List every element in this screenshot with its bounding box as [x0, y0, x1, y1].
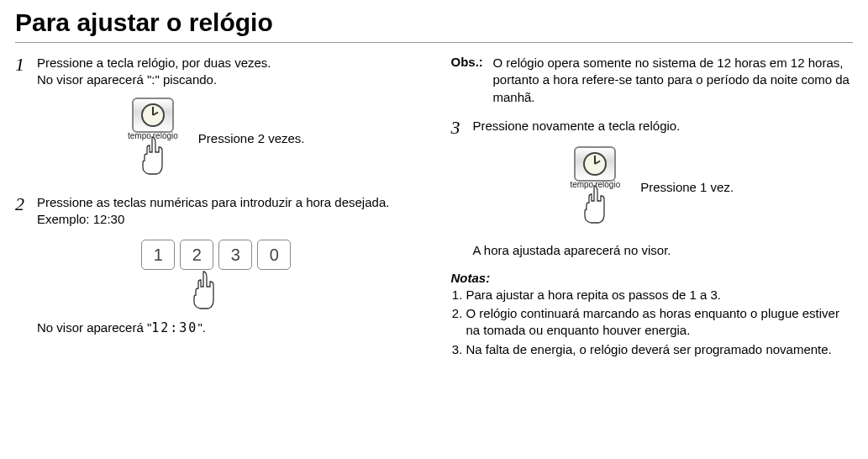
note-2: O relógio continuará marcando as horas e…	[466, 305, 854, 340]
step-2: 2 Pressione as teclas numéricas para int…	[15, 194, 418, 229]
right-column: Obs.: O relógio opera somente no sistema…	[451, 55, 854, 360]
clock-button	[132, 98, 174, 133]
clock-button-illustration: tempo relógio	[570, 146, 620, 228]
display-value: 12:30	[151, 320, 197, 335]
keypad-illustration: 1 2 3 0	[15, 240, 418, 310]
step-3-text: Pressione novamente a tecla relógio.	[473, 118, 681, 135]
step-1-line-2: No visor aparecerá ":" piscando.	[37, 71, 271, 88]
hand-icon	[0, 270, 418, 310]
step-1-number: 1	[15, 55, 37, 75]
key-1: 1	[141, 240, 175, 270]
key-3: 3	[218, 240, 252, 270]
illustration-press-clock-once: tempo relógio Pressione 1 vez.	[451, 146, 854, 228]
step-2-number: 2	[15, 194, 37, 214]
obs-text: O relógio opera somente no sistema de 12…	[493, 55, 854, 106]
step-1-line-1: Pressione a tecla relógio, por duas veze…	[37, 55, 271, 71]
display-prefix: No visor aparecerá "	[37, 320, 151, 335]
illustration-press-clock-twice: tempo relógio Pressione 2 vezes.	[15, 98, 418, 179]
step-2-body: Pressione as teclas numéricas para intro…	[37, 194, 389, 229]
display-result: No visor aparecerá "12:30".	[37, 320, 418, 335]
content-columns: 1 Pressione a tecla relógio, por duas ve…	[15, 55, 853, 360]
notes-title: Notas:	[451, 271, 854, 285]
clock-button	[574, 146, 616, 182]
observation: Obs.: O relógio opera somente no sistema…	[451, 55, 854, 106]
hand-icon	[139, 135, 167, 179]
display-suffix: ".	[197, 320, 206, 335]
note-1: Para ajustar a hora repita os passos de …	[466, 287, 854, 303]
step-3-number: 3	[451, 118, 473, 138]
hand-icon	[581, 184, 609, 228]
clock-icon	[583, 152, 607, 176]
key-2: 2	[180, 240, 213, 270]
key-0: 0	[257, 240, 291, 270]
press-1-caption: Pressione 1 vez.	[640, 180, 734, 194]
left-column: 1 Pressione a tecla relógio, por duas ve…	[15, 55, 418, 360]
notes-list: Para ajustar a hora repita os passos de …	[451, 287, 854, 358]
step-1: 1 Pressione a tecla relógio, por duas ve…	[15, 55, 418, 89]
note-3: Na falta de energia, o relógio deverá se…	[466, 341, 854, 358]
clock-button-illustration: tempo relógio	[128, 98, 178, 179]
obs-label: Obs.:	[451, 55, 493, 69]
clock-icon	[141, 103, 165, 127]
step-2-line-2: Exemplo: 12:30	[37, 211, 389, 228]
step-1-body: Pressione a tecla relógio, por duas veze…	[37, 55, 271, 89]
result-after-step-3: A hora ajustada aparecerá no visor.	[473, 243, 854, 257]
step-2-line-1: Pressione as teclas numéricas para intro…	[37, 194, 389, 211]
page-title: Para ajustar o relógio	[15, 8, 853, 43]
press-2-caption: Pressione 2 vezes.	[198, 131, 305, 145]
step-3: 3 Pressione novamente a tecla relógio.	[451, 118, 854, 138]
